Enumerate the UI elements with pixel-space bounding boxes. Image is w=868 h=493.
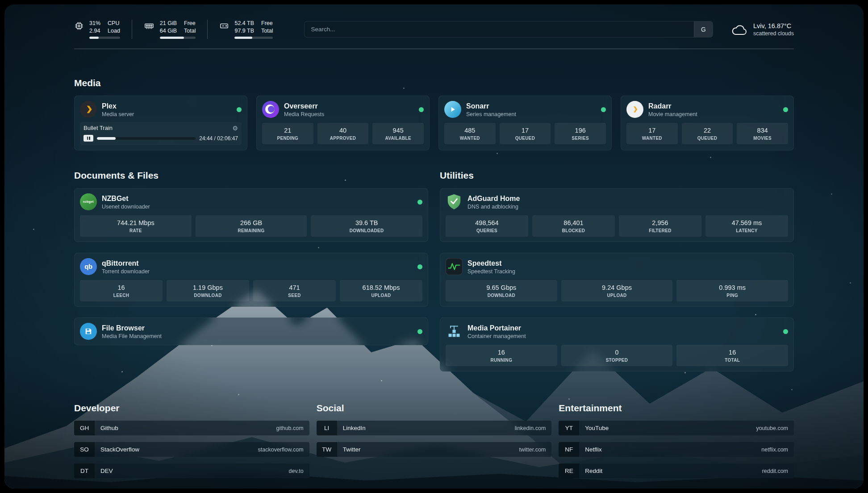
stats-row: 16 LEECH 1.19 Gbps DOWNLOAD 471 SEED 6 <box>80 280 422 301</box>
stat-value: 0.993 ms <box>678 284 786 291</box>
speedtest-icon <box>446 258 463 275</box>
sonarr-card[interactable]: Sonarr Series management 485 WANTED 17 Q… <box>438 96 612 150</box>
disk-free: 52.4 TB <box>234 20 254 27</box>
overseerr-card[interactable]: Overseerr Media Requests 21 PENDING 40 A… <box>256 96 430 150</box>
stat-value: 834 <box>739 127 786 134</box>
bookmark-abbr: TW <box>317 442 337 457</box>
plex-card[interactable]: Plex Media server Bullet Train ⚙ <box>74 96 247 150</box>
stat-value: 9.24 Gbps <box>563 284 671 291</box>
stat: 21 PENDING <box>262 123 313 144</box>
stat-label: RUNNING <box>447 358 555 363</box>
bookmark-name: Reddit <box>579 464 602 478</box>
bookmark-name: Github <box>95 421 118 435</box>
dashboard-screen: 31% 2.94 CPU Load <box>4 4 864 489</box>
bookmark-stackoverflow[interactable]: SO StackOverflow stackoverflow.com <box>74 442 309 457</box>
bookmark-reddit[interactable]: RE Reddit reddit.com <box>559 464 794 478</box>
adguard-meta: AdGuard Home DNS and adblocking <box>467 194 520 210</box>
social-group-title: Social <box>317 403 552 414</box>
gear-icon[interactable]: ⚙ <box>232 125 238 131</box>
disk-icon <box>219 21 229 31</box>
weather-condition: scattered clouds <box>753 30 794 37</box>
bookmark-domain: reddit.com <box>762 464 794 478</box>
disk-widget: 52.4 TB 97.9 TB Free Total <box>207 20 284 39</box>
stat-value: 17 <box>501 127 549 134</box>
bookmark-domain: linkedin.com <box>515 421 551 435</box>
stat: 17 WANTED <box>626 123 678 144</box>
filebrowser-card[interactable]: File Browser Media File Management <box>74 318 428 345</box>
nzbget-card[interactable]: nzbget NZBGet Usenet downloader 744.21 M… <box>74 188 428 242</box>
stats-row: 16 RUNNING 0 STOPPED 16 TOTAL <box>446 345 788 366</box>
service-description: Speedtest Tracking <box>467 268 515 275</box>
stat-label: SEED <box>255 293 334 298</box>
stat: 196 SERIES <box>555 123 606 144</box>
memory-free: 21 GiB <box>160 20 177 27</box>
bookmark-name: Netflix <box>579 442 602 457</box>
stat-value: 945 <box>374 127 422 134</box>
topbar-divider <box>74 49 794 49</box>
now-playing-title: Bullet Train <box>83 125 113 131</box>
cpu-widget-body: 31% 2.94 CPU Load <box>89 20 120 39</box>
bookmark-abbr: RE <box>559 464 579 478</box>
playback-time: 24:44 / 02:06:47 <box>199 135 238 142</box>
status-indicator <box>601 107 606 112</box>
bookmark-group-developer: Developer GH Github github.com SO StackO… <box>74 403 309 478</box>
radarr-card[interactable]: Radarr Movie management 17 WANTED 22 QUE… <box>621 96 794 150</box>
weather-widget: Lviv, 16.87°C scattered clouds <box>731 22 794 37</box>
bookmark-youtube[interactable]: YT YouTube youtube.com <box>559 421 794 435</box>
overseerr-icon <box>262 101 279 118</box>
adguard-card[interactable]: AdGuard Home DNS and adblocking 498,564 … <box>440 188 794 242</box>
sonarr-meta: Sonarr Series management <box>466 102 516 117</box>
resource-widgets: 31% 2.94 CPU Load <box>74 20 284 39</box>
playback-progress-track[interactable] <box>97 137 196 140</box>
stat-value: 1.19 Gbps <box>168 284 247 291</box>
portainer-meta: Media Portainer Container management <box>467 324 526 339</box>
stat-value: 266 GB <box>197 219 305 226</box>
qbittorrent-card[interactable]: qb qBittorrent Torrent downloader 16 LEE… <box>74 253 428 307</box>
bookmark-github[interactable]: GH Github github.com <box>74 421 309 435</box>
search-provider-button[interactable]: G <box>694 21 713 37</box>
weather-location: Lviv, 16.87°C <box>753 22 794 29</box>
service-name: AdGuard Home <box>467 194 520 203</box>
cloud-icon <box>731 24 748 36</box>
service-name: Plex <box>102 102 134 111</box>
memory-widget: 21 GiB 64 GiB Free Total <box>132 20 208 39</box>
stat-label: REMAINING <box>197 228 305 233</box>
status-indicator <box>417 200 422 205</box>
stat-value: 618.52 Mbps <box>342 284 421 291</box>
bookmark-dev[interactable]: DT DEV dev.to <box>74 464 309 478</box>
stat: 1.19 Gbps DOWNLOAD <box>167 280 249 301</box>
stat-label: QUERIES <box>447 228 526 233</box>
bookmark-abbr: DT <box>74 464 95 478</box>
stat-label: WANTED <box>628 136 676 141</box>
overseerr-meta: Overseerr Media Requests <box>284 102 324 117</box>
stat-value: 471 <box>255 284 334 291</box>
section-documents: Documents & Files nzbget NZBGet Usenet d… <box>74 170 428 372</box>
stat-value: 744.21 Mbps <box>82 219 190 226</box>
service-name: NZBGet <box>102 194 150 203</box>
stat-label: DOWNLOAD <box>168 293 247 298</box>
portainer-card[interactable]: Media Portainer Container management 16 … <box>440 318 794 372</box>
media-section-title: Media <box>74 78 794 88</box>
service-name: qBittorrent <box>102 259 150 268</box>
bookmark-name: DEV <box>95 464 113 478</box>
dashboard-content: 31% 2.94 CPU Load <box>74 4 794 478</box>
stat: 86,401 BLOCKED <box>532 215 615 237</box>
pause-button[interactable] <box>83 135 93 142</box>
cpu-percent: 31% <box>89 20 100 27</box>
bookmark-twitter[interactable]: TW Twitter twitter.com <box>317 442 552 457</box>
bookmark-linkedin[interactable]: LI LinkedIn linkedin.com <box>317 421 552 435</box>
service-description: Movie management <box>648 111 697 117</box>
search-input[interactable] <box>305 21 694 37</box>
stat: 498,564 QUERIES <box>446 215 528 237</box>
bookmark-netflix[interactable]: NF Netflix netflix.com <box>559 442 794 457</box>
cpu-load: 2.94 <box>89 27 100 34</box>
cpu-progress-track <box>89 37 120 39</box>
weather-text: Lviv, 16.87°C scattered clouds <box>753 22 794 37</box>
cpu-progress-fill <box>89 37 99 39</box>
cpu-load-label: Load <box>108 27 120 34</box>
speedtest-card[interactable]: Speedtest Speedtest Tracking 9.65 Gbps D… <box>440 253 794 307</box>
stat: 16 TOTAL <box>676 345 788 366</box>
entertainment-group-title: Entertainment <box>559 403 794 414</box>
stat-value: 485 <box>446 127 494 134</box>
memory-progress-fill <box>160 37 184 39</box>
